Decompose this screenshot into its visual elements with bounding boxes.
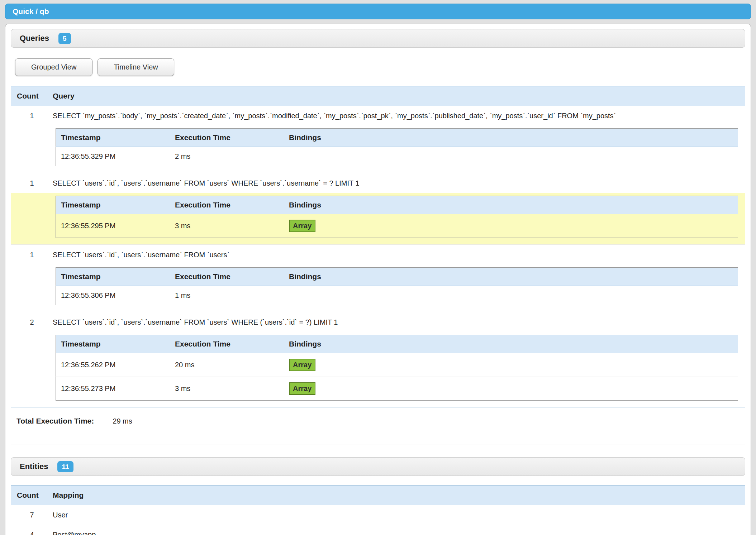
queries-section-title: Queries xyxy=(20,34,49,43)
entities-table: Count Mapping 7 User 4 Post@myapp xyxy=(11,485,745,535)
query-count: 2 xyxy=(11,312,53,332)
exec-column-execution-time: Execution Time xyxy=(170,129,284,147)
queries-table: Count Query 1 SELECT `my_posts`.`body`, … xyxy=(11,86,745,407)
total-execution-value: 29 ms xyxy=(113,417,132,425)
entity-row: 4 Post@myapp xyxy=(11,525,745,535)
total-execution-row: Total Execution Time:29 ms xyxy=(16,417,745,425)
column-header-query: Query xyxy=(53,86,745,106)
executions-detail: Timestamp Execution Time Bindings 12:36:… xyxy=(11,332,745,407)
execution-time: 3 ms xyxy=(170,377,284,401)
query-sql: SELECT `users`.`id`, `users`.`username` … xyxy=(53,312,745,332)
debugger-panel: Queries 5 Grouped View Timeline View Cou… xyxy=(5,24,751,535)
query-row: 1 SELECT `my_posts`.`body`, `my_posts`.`… xyxy=(11,106,745,125)
bindings-cell: Array xyxy=(284,377,738,401)
executions-table: Timestamp Execution Time Bindings 12:36:… xyxy=(56,335,738,401)
executions-table: Timestamp Execution Time Bindings 12:36:… xyxy=(56,196,738,238)
bindings-cell: Array xyxy=(284,353,738,377)
query-row: 1 SELECT `users`.`id`, `users`.`username… xyxy=(11,245,745,264)
query-row: 1 SELECT `users`.`id`, `users`.`username… xyxy=(11,173,745,193)
exec-column-execution-time: Execution Time xyxy=(170,335,284,353)
execution-time: 1 ms xyxy=(170,286,284,305)
executions-detail: Timestamp Execution Time Bindings 12:36:… xyxy=(11,125,745,173)
column-header-count: Count xyxy=(11,86,53,106)
execution-timestamp: 12:36:55.329 PM xyxy=(56,147,170,166)
queries-table-header: Count Query xyxy=(11,86,745,106)
entities-table-header: Count Mapping xyxy=(11,486,745,505)
query-group: 2 SELECT `users`.`id`, `users`.`username… xyxy=(11,312,745,407)
entity-count: 4 xyxy=(11,525,53,535)
column-header-count: Count xyxy=(11,486,53,505)
column-header-mapping: Mapping xyxy=(53,486,745,505)
query-sql: SELECT `users`.`id`, `users`.`username` … xyxy=(53,173,745,193)
query-sql: SELECT `my_posts`.`body`, `my_posts`.`cr… xyxy=(53,106,745,125)
execution-time: 2 ms xyxy=(170,147,284,166)
bindings-cell xyxy=(284,147,738,166)
query-group: 1 SELECT `my_posts`.`body`, `my_posts`.`… xyxy=(11,106,745,173)
exec-column-bindings: Bindings xyxy=(284,196,738,214)
query-group: 1 SELECT `users`.`id`, `users`.`username… xyxy=(11,244,745,312)
array-bindings-badge[interactable]: Array xyxy=(289,382,315,395)
execution-timestamp: 12:36:55.273 PM xyxy=(56,377,170,401)
query-count: 1 xyxy=(11,106,53,125)
total-execution-label: Total Execution Time: xyxy=(16,417,94,425)
exec-column-execution-time: Execution Time xyxy=(170,196,284,214)
execution-row: 12:36:55.273 PM 3 ms Array xyxy=(56,377,738,401)
grouped-view-button[interactable]: Grouped View xyxy=(15,58,92,76)
execution-timestamp: 12:36:55.295 PM xyxy=(56,214,170,238)
array-bindings-badge[interactable]: Array xyxy=(289,359,315,371)
array-bindings-badge[interactable]: Array xyxy=(289,220,315,232)
query-row: 2 SELECT `users`.`id`, `users`.`username… xyxy=(11,312,745,332)
section-divider xyxy=(11,444,745,444)
entity-mapping: Post@myapp xyxy=(53,525,745,535)
entities-section-title: Entities xyxy=(20,462,48,471)
bindings-cell: Array xyxy=(284,214,738,238)
exec-column-timestamp: Timestamp xyxy=(56,129,170,147)
entity-row: 7 User xyxy=(11,505,745,525)
execution-row: 12:36:55.295 PM 3 ms Array xyxy=(56,214,738,238)
query-count: 1 xyxy=(11,245,53,264)
query-sql: SELECT `users`.`id`, `users`.`username` … xyxy=(53,245,745,264)
exec-column-execution-time: Execution Time xyxy=(170,268,284,286)
execution-timestamp: 12:36:55.262 PM xyxy=(56,353,170,377)
exec-column-timestamp: Timestamp xyxy=(56,268,170,286)
exec-column-timestamp: Timestamp xyxy=(56,196,170,214)
execution-timestamp: 12:36:55.306 PM xyxy=(56,286,170,305)
entities-count-badge: 11 xyxy=(57,461,73,472)
query-count: 1 xyxy=(11,173,53,193)
queries-count-badge: 5 xyxy=(58,33,71,44)
exec-column-bindings: Bindings xyxy=(284,335,738,353)
queries-section-header[interactable]: Queries 5 xyxy=(11,29,745,48)
exec-column-bindings: Bindings xyxy=(284,268,738,286)
execution-row: 12:36:55.329 PM 2 ms xyxy=(56,147,738,166)
entity-mapping: User xyxy=(53,505,745,525)
execution-row: 12:36:55.306 PM 1 ms xyxy=(56,286,738,305)
executions-detail-highlighted: Timestamp Execution Time Bindings 12:36:… xyxy=(11,193,745,244)
execution-time: 3 ms xyxy=(170,214,284,238)
entity-count: 7 xyxy=(11,505,53,525)
bindings-cell xyxy=(284,286,738,305)
timeline-view-button[interactable]: Timeline View xyxy=(98,58,174,76)
view-toggle-row: Grouped View Timeline View xyxy=(15,58,745,76)
exec-column-timestamp: Timestamp xyxy=(56,335,170,353)
query-group: 1 SELECT `users`.`id`, `users`.`username… xyxy=(11,173,745,244)
executions-table: Timestamp Execution Time Bindings 12:36:… xyxy=(56,267,738,305)
entities-section-header[interactable]: Entities 11 xyxy=(11,457,745,476)
title-bar: Quick / qb xyxy=(5,4,751,19)
execution-row: 12:36:55.262 PM 20 ms Array xyxy=(56,353,738,377)
executions-table: Timestamp Execution Time Bindings 12:36:… xyxy=(56,128,738,166)
exec-column-bindings: Bindings xyxy=(284,129,738,147)
execution-time: 20 ms xyxy=(170,353,284,377)
executions-detail: Timestamp Execution Time Bindings 12:36:… xyxy=(11,264,745,312)
page-title: Quick / qb xyxy=(13,7,49,16)
